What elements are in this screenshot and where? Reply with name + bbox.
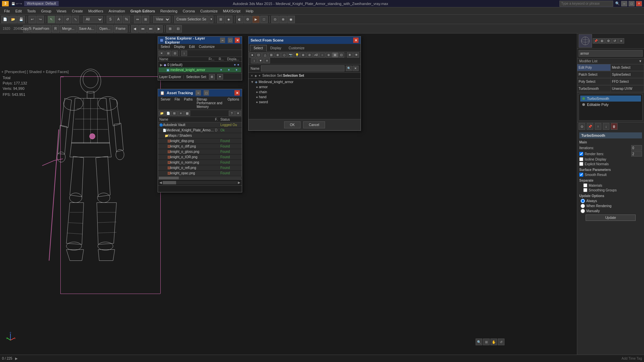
minimize-button[interactable]: – xyxy=(621,1,627,6)
sfs-btn-obj[interactable]: ⊞ xyxy=(268,52,274,58)
se-selset-btn[interactable]: ✦ xyxy=(217,74,223,79)
render-iters-input[interactable] xyxy=(631,151,642,157)
at-help-btn[interactable]: ? xyxy=(229,111,235,116)
se-menu-select[interactable]: Select xyxy=(159,44,172,49)
more-btn[interactable]: ≡ xyxy=(618,38,624,44)
at-btn5[interactable]: ▦ xyxy=(184,111,190,116)
se-btn4[interactable]: ↕ xyxy=(181,51,187,56)
render-btn[interactable]: ▶ xyxy=(252,16,260,23)
sfs-cancel-btn[interactable]: Cancel xyxy=(303,121,325,128)
at-row-opac[interactable]: 🖼 knight_opac.png Found xyxy=(158,171,242,176)
save-btn[interactable]: 💾 xyxy=(17,16,25,23)
r-btn[interactable]: R xyxy=(52,25,59,33)
at-row-refl[interactable]: 🖼 knight_o_refl.png Found xyxy=(158,165,242,171)
zoom-btn[interactable]: 🔍 xyxy=(476,339,482,345)
unwrap-uvw-btn[interactable]: Unwrap UVW xyxy=(611,85,644,92)
smoothing-groups-checkbox[interactable] xyxy=(583,188,587,192)
stack-to-bottom-btn[interactable]: ↓ xyxy=(603,123,609,130)
workspace-dropdown[interactable]: Workspace: Default xyxy=(24,1,59,6)
modifier-search-input[interactable] xyxy=(579,50,643,57)
menu-customize[interactable]: Customize xyxy=(198,8,220,14)
render-setup-btn[interactable]: ⚙ xyxy=(244,16,252,23)
rotate-btn[interactable]: ↺ xyxy=(64,16,71,23)
menu-tools[interactable]: Tools xyxy=(24,8,39,14)
sfs-btn-cam[interactable]: 📷 xyxy=(287,52,293,58)
at-menu-paths[interactable]: Paths xyxy=(182,97,195,109)
schematic-view-btn[interactable]: ◈ xyxy=(225,16,232,23)
se-menu-customize[interactable]: Customize xyxy=(197,44,217,49)
spline-select-btn[interactable]: SplineSelect xyxy=(611,71,644,78)
sfs-tree-armor[interactable]: ● armor xyxy=(249,84,360,89)
search-input[interactable] xyxy=(559,1,613,7)
view-dropdown[interactable]: View xyxy=(153,16,170,23)
se-btn1[interactable]: ✕ xyxy=(159,51,165,56)
update-button[interactable]: Update xyxy=(586,215,636,221)
asset-tracking-minimize[interactable]: – xyxy=(196,90,201,96)
menu-file[interactable]: File xyxy=(1,8,13,14)
select-btn[interactable]: ↖ xyxy=(48,16,55,23)
scene-explorer-minimize[interactable]: – xyxy=(220,38,225,43)
sfs-btn-light[interactable]: 💡 xyxy=(294,52,300,58)
sfs-ok-btn[interactable]: OK xyxy=(284,121,300,128)
merge-btn[interactable]: Merge... xyxy=(60,25,77,33)
scale-btn[interactable]: ⤡ xyxy=(72,16,79,23)
sfs-btn-filter[interactable]: ▼ xyxy=(258,58,264,63)
isoline-checkbox[interactable] xyxy=(579,157,583,161)
open-btn[interactable]: 📂 xyxy=(9,16,17,23)
mirror-btn[interactable]: ⇔ xyxy=(134,16,141,23)
se-btn3[interactable]: ⊟ xyxy=(172,51,178,56)
at-btn4[interactable]: ≡ xyxy=(178,111,184,116)
sfs-btn-space[interactable]: ⊘ xyxy=(307,52,313,58)
stack-turbosmooth[interactable]: TurboSmooth xyxy=(580,96,641,102)
at-hscroll-thumb[interactable] xyxy=(163,181,176,184)
se-btn2[interactable]: ⊞ xyxy=(165,51,171,56)
layer-btn[interactable]: ⊞ xyxy=(599,38,605,44)
pin-stack-btn[interactable]: 📌 xyxy=(587,123,593,130)
at-menu-file[interactable]: File xyxy=(172,97,182,109)
paste-from-btn[interactable]: PasteFrom xyxy=(31,25,51,33)
at-row-diff[interactable]: 🖼 knight_o_diff.png Found xyxy=(158,144,242,149)
anim-icon4[interactable]: ▶ xyxy=(155,25,163,33)
at-hscroll-right[interactable]: ▶ xyxy=(238,181,240,184)
when-rendering-radio[interactable] xyxy=(581,204,585,208)
create-selection-btn[interactable]: Create Selection Se xyxy=(174,16,209,23)
at-row-knight-file[interactable]: 📄 Medieval_Knight_Plate_Armor_st... D Ok xyxy=(158,128,242,133)
sfs-name-input[interactable] xyxy=(261,65,344,71)
iterations-input[interactable] xyxy=(631,145,642,150)
stack-editable-poly[interactable]: Editable Poly xyxy=(580,102,641,108)
at-row-gloss[interactable]: 🖼 knight_o_gloss.png Found xyxy=(158,149,242,155)
menu-edit[interactable]: Edit xyxy=(13,8,24,14)
sfs-tree-hand[interactable]: ● hand xyxy=(249,95,360,100)
sfs-btn-hide[interactable]: 👁 xyxy=(353,52,359,58)
at-row-maps[interactable]: 📁 Maps / Shaders xyxy=(158,133,242,138)
at-scrollbar-thumb[interactable] xyxy=(159,177,179,179)
sfs-btn-helper[interactable]: ⊕ xyxy=(300,52,306,58)
anim-icon1[interactable]: ◀ xyxy=(131,25,139,33)
patch-select-btn[interactable]: Patch Select xyxy=(577,71,611,78)
sfs-btn-edge[interactable]: ⊡ xyxy=(256,52,262,58)
options-btn[interactable]: ⚙ xyxy=(605,38,611,44)
filter-dropdown[interactable]: All xyxy=(83,16,103,23)
menu-rendering[interactable]: Rendering xyxy=(158,8,180,14)
se-layer-btn[interactable]: ⊞ xyxy=(209,74,215,79)
edit-poly-btn[interactable]: Edit Poly xyxy=(577,64,611,71)
menu-animation[interactable]: Animation xyxy=(106,8,128,14)
at-row-norm[interactable]: 🖼 knight_o_norm.png Found xyxy=(158,160,242,165)
sfs-btn-sel1[interactable]: ⊠ xyxy=(332,52,338,58)
menu-corona[interactable]: Corona xyxy=(180,8,198,14)
modifier-list-dropdown[interactable]: ▼ xyxy=(639,59,642,63)
sfs-btn-bone[interactable]: ⊗ xyxy=(275,52,281,58)
poly-select-btn[interactable]: Poly Select xyxy=(577,78,611,85)
extra-btn2[interactable]: ⊗ xyxy=(279,16,287,23)
asset-tracking-close[interactable]: ✕ xyxy=(234,90,240,96)
sfs-tree-root[interactable]: ▼ ◈ Medieval_knight_armor xyxy=(249,79,360,84)
sfs-btn-none[interactable]: ○ xyxy=(319,52,325,58)
maximize-button[interactable]: □ xyxy=(629,1,635,6)
at-close-btn[interactable]: ✕ xyxy=(235,111,241,116)
at-btn2[interactable]: 📄 xyxy=(165,111,171,116)
explicit-normals-checkbox[interactable] xyxy=(579,162,583,166)
at-hscroll-bar[interactable] xyxy=(163,181,237,184)
at-row-ior[interactable]: 🖼 knight_o_IOR.png Found xyxy=(158,155,242,160)
at-menu-options[interactable]: Options xyxy=(226,97,241,109)
new-scene-btn[interactable]: 📄 xyxy=(1,16,9,23)
